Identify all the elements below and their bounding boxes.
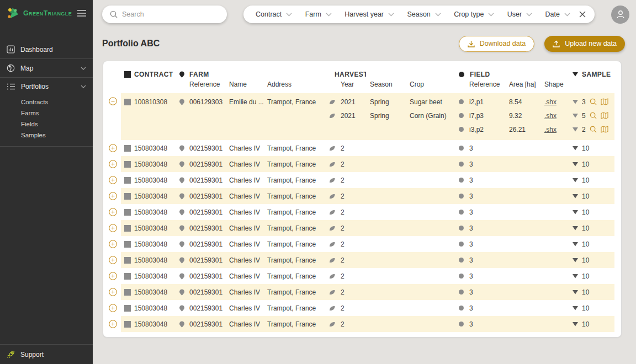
map-pin-icon (179, 305, 184, 312)
subcolumn-harvest-year: Year (326, 79, 366, 89)
harvest-count-cell: 2 (326, 204, 366, 220)
map-view-icon[interactable] (601, 126, 608, 133)
shape-file-link[interactable]: .shx (544, 126, 556, 133)
user-avatar[interactable] (611, 6, 629, 24)
upload-data-button[interactable]: Upload new data (544, 36, 625, 52)
sidebar-item-dashboard[interactable]: Dashboard (0, 40, 93, 58)
field-dot-icon (459, 242, 464, 247)
view-sample-icon[interactable] (590, 112, 597, 119)
area-cell: 9.32 (504, 109, 539, 122)
table-header-subcolumns: Reference Name Address Year Season Crop … (121, 79, 614, 89)
search-input[interactable] (122, 10, 219, 18)
filter-dropdown[interactable]: Harvest year (343, 10, 395, 18)
filter-dropdown[interactable]: Season (406, 10, 442, 18)
expand-row-button[interactable] (109, 176, 117, 184)
triangle-down-icon (573, 242, 578, 247)
expand-row-button[interactable] (109, 144, 117, 152)
harvest-count-cell: 2 (326, 172, 366, 188)
field-dot-icon (459, 178, 464, 183)
filter-dropdown[interactable]: Date (544, 10, 571, 18)
menu-icon[interactable] (77, 10, 86, 17)
sidebar-nav: Dashboard Map (0, 40, 93, 147)
filter-dropdown[interactable]: Crop type (453, 10, 495, 18)
sample-count-cell: 10 (568, 236, 614, 252)
farm-reference-cell: 002159301 (177, 188, 226, 204)
table-row: 150803048 002159301 Charles IV Trampot, … (103, 156, 621, 172)
farm-reference-cell: 002159301 (177, 236, 226, 252)
support-label: Support (20, 351, 44, 358)
shape-file-link[interactable]: .shx (544, 112, 556, 120)
search-icon (110, 10, 118, 18)
sidebar-item-portfolios[interactable]: Portfolios (0, 78, 93, 95)
brand-name: GreenTriangle (23, 9, 72, 17)
sidebar-subitem[interactable]: Fields (0, 119, 93, 130)
field-count-cell: 3 (455, 140, 504, 156)
contract-cell: 150803048 (121, 252, 177, 268)
sample-cell: 5 (568, 109, 614, 122)
map-view-icon[interactable] (601, 112, 608, 119)
filter-dropdown[interactable]: Farm (304, 10, 333, 18)
filter-items: Contract Farm Harvest year Season (255, 10, 571, 18)
triangle-down-icon (573, 72, 578, 77)
search-input-wrapper (102, 6, 227, 23)
sidebar-header: GreenTriangle (0, 0, 93, 26)
brand-logo[interactable]: GreenTriangle (6, 6, 72, 20)
chevron-down-icon (564, 13, 570, 17)
expand-row-button[interactable] (109, 192, 117, 200)
expand-row-button[interactable] (109, 160, 117, 168)
subcolumn-farm-reference: Reference (177, 79, 226, 89)
field-dot-icon (459, 127, 464, 132)
farm-address-cell: Trampot, France (264, 156, 326, 172)
harvest-count-cell: 2 (326, 156, 366, 172)
field-dot-icon (459, 322, 464, 326)
table-row: 150803048 002159301 Charles IV Trampot, … (103, 172, 621, 188)
expand-row-button[interactable] (109, 240, 117, 248)
field-count-cell: 3 (455, 316, 504, 332)
subcolumn-farm-name: Name (226, 79, 264, 89)
sidebar-item-support[interactable]: Support (0, 345, 93, 364)
sidebar-subitem[interactable]: Farms (0, 108, 93, 119)
view-sample-icon[interactable] (590, 126, 597, 133)
sidebar-item-map[interactable]: Map (0, 59, 93, 77)
expand-row-button[interactable] (109, 288, 117, 296)
clear-filters-button[interactable] (579, 11, 586, 18)
sidebar-subitem[interactable]: Samples (0, 130, 93, 141)
shape-file-link[interactable]: .shx (544, 98, 556, 106)
field-dot-icon (459, 258, 464, 263)
sample-count-cell: 10 (568, 284, 614, 300)
field-dot-icon (459, 290, 464, 295)
triangle-down-icon (573, 210, 578, 215)
filter-dropdown[interactable]: Contract (255, 10, 293, 18)
table-row: 150803048 002159301 Charles IV Trampot, … (103, 300, 621, 316)
download-data-button[interactable]: Download data (459, 36, 534, 52)
sidebar-item-label: Portfolios (21, 83, 49, 90)
field-dot-icon (459, 146, 464, 151)
expand-row-button[interactable] (109, 208, 117, 216)
sample-count-cell: 10 (568, 140, 614, 156)
filter-dropdown[interactable]: User (506, 10, 533, 18)
triangle-down-icon (573, 306, 578, 311)
triangle-down-icon (573, 114, 578, 118)
collapse-row-button[interactable] (109, 97, 117, 105)
expand-row-button[interactable] (109, 224, 117, 232)
sidebar-subitem[interactable]: Contracts (0, 97, 93, 108)
expand-row-button[interactable] (109, 320, 117, 328)
table-row: 150803048 002159301 Charles IV Trampot, … (103, 204, 621, 220)
farm-name-cell: Charles IV (226, 300, 264, 316)
expand-row-button[interactable] (109, 304, 117, 312)
expand-row-button[interactable] (109, 272, 117, 280)
table-row: 150803048 002159301 Charles IV Trampot, … (103, 220, 621, 236)
expand-row-button[interactable] (109, 256, 117, 264)
contract-icon (124, 289, 131, 296)
field-dot-icon (459, 306, 464, 311)
farm-name-cell: Charles IV (226, 316, 264, 332)
field-dot-icon (459, 194, 464, 199)
field-count-cell: 3 (455, 284, 504, 300)
contract-icon (124, 193, 131, 200)
harvest-cell: 2021 (326, 109, 366, 122)
farm-address-cell: Trampot, France (264, 140, 326, 156)
triangle-down-icon (573, 258, 578, 263)
map-view-icon[interactable] (601, 98, 608, 105)
farm-address-cell: Trampot, France (264, 284, 326, 300)
view-sample-icon[interactable] (590, 98, 597, 105)
